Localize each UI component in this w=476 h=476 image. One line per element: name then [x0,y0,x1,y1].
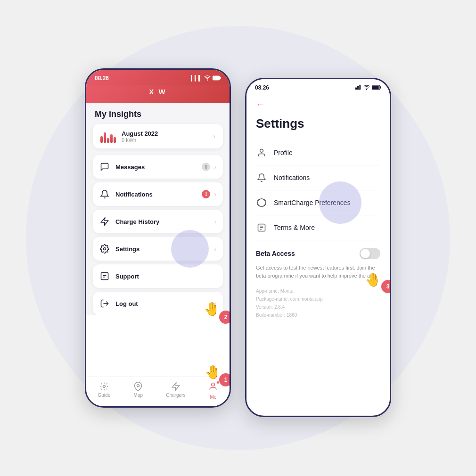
logout-icon [99,298,110,309]
left-status-bar: 08.26 ▎▎▍ [86,70,230,85]
logout-chevron: › [214,300,216,307]
support-label: Support [115,273,139,280]
settings-chevron: › [214,245,216,253]
beta-description: Get access to test the newest features f… [256,264,380,279]
svg-rect-1 [213,76,220,80]
back-button[interactable]: ← [256,99,265,110]
messages-badge: 0 [202,163,210,171]
messages-chevron: › [214,163,216,171]
nav-guide[interactable]: Guide [98,382,111,400]
settings-item-profile[interactable]: Profile [256,140,380,165]
profile-icon [256,147,267,158]
insights-chevron: › [213,132,215,140]
svg-rect-16 [372,85,379,89]
menu-item-charge-history[interactable]: Charge History › [93,210,223,233]
svg-point-14 [366,89,367,90]
left-status-icons: ▎▎▍ [191,74,221,82]
battery-icon [213,75,221,82]
svg-rect-11 [355,88,356,90]
right-time: 08.26 [255,84,269,91]
chargers-icon [171,382,181,391]
left-phone: 08.26 ▎▎▍ [85,68,231,408]
app-name: App-name: Monta [256,287,380,295]
svg-point-18 [260,149,263,153]
right-content: ← Settings Profile Notifications [246,94,390,407]
support-icon [99,271,110,281]
menu-item-support[interactable]: Support [93,264,223,288]
menu-item-settings[interactable]: Settings › [93,237,223,261]
menu-item-notifications[interactable]: Notifications 1 › [93,182,223,206]
right-battery-icon [372,85,381,91]
terms-label: Terms & More [274,224,315,231]
messages-label: Messages [115,164,145,171]
svg-rect-2 [220,77,221,79]
right-phone: 08.26 [245,78,391,417]
settings-item-smartcharge[interactable]: SmartCharge Preferences [256,190,380,215]
notifications-label: Notifications [115,191,153,198]
nav-map[interactable]: Map [133,382,143,400]
bar-chart-icon [100,130,116,143]
guide-icon [99,382,109,391]
settings-tap-circle [171,230,209,268]
build-number: Build-number: 1860 [256,311,380,319]
menu-item-messages[interactable]: Messages 0 › [93,155,223,179]
smartcharge-tap-circle [319,181,361,224]
beta-toggle[interactable] [360,248,380,259]
package-name: Package-name: com.monta.app [256,295,380,303]
svg-point-10 [212,383,215,386]
settings-list: Profile Notifications SmartCharge Prefer… [256,140,380,240]
guide-label: Guide [98,393,111,398]
charge-history-label: Charge History [115,218,159,225]
settings-icon [99,244,110,254]
svg-marker-9 [172,383,179,391]
bottom-nav: Guide Map Chargers Me [86,377,230,406]
me-label: Me [210,394,216,400]
me-icon-container [208,382,218,393]
left-header: X W [86,85,230,103]
signal-icon: ▎▎▍ [191,75,202,82]
toggle-knob [361,249,370,258]
beta-section: Beta Access Get access to test the newes… [256,248,380,319]
right-wifi-icon [363,84,370,91]
insights-card[interactable]: August 2022 0 kWh › [93,124,223,148]
step-1-badge: 1 [219,373,231,386]
phones-container: 08.26 ▎▎▍ [85,68,391,417]
nav-me[interactable]: Me [208,382,218,400]
user-initials: X W [149,88,166,96]
right-status-icons [355,84,381,91]
notifications-badge: 1 [202,190,210,198]
chargers-label: Chargers [166,393,185,398]
messages-icon [99,162,110,172]
step-3-badge: 3 [381,280,391,293]
right-signal-icon [355,84,361,91]
version: Version: 2.6.4 [256,303,380,311]
svg-rect-12 [357,86,358,89]
settings-item-notifications[interactable]: Notifications [256,165,380,190]
nav-chargers[interactable]: Chargers [166,382,185,400]
insights-month: August 2022 [122,130,158,137]
svg-point-4 [104,248,106,250]
insights-title: My insights [93,109,223,119]
charge-history-icon [99,216,110,227]
settings-title: Settings [256,116,380,131]
wifi-icon [204,74,211,82]
notifications-icon [99,189,110,199]
menu-list: Messages 0 › Notifications [93,155,223,315]
svg-marker-3 [101,218,108,226]
svg-point-0 [207,80,207,80]
left-content: My insights August 2022 0 kWh › [86,103,230,315]
map-label: Map [134,393,143,398]
svg-point-8 [137,385,140,387]
smartcharge-icon [256,197,267,208]
map-icon [133,382,143,391]
svg-rect-13 [359,85,360,89]
settings-notifications-label: Notifications [274,174,310,181]
right-status-bar: 08.26 [246,79,390,94]
settings-item-terms[interactable]: Terms & More [256,215,380,240]
left-time: 08.26 [95,75,109,82]
svg-rect-5 [101,273,108,280]
charge-history-chevron: › [214,218,216,225]
insights-kwh: 0 kWh [122,137,158,143]
svg-rect-17 [380,86,381,89]
menu-item-logout[interactable]: Log out › [93,292,223,315]
